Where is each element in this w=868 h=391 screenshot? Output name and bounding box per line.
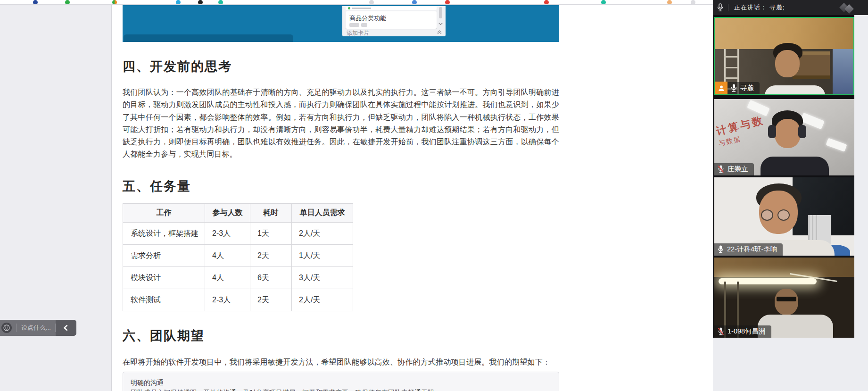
task-table: 工作 参与人数 耗时 单日人员需求 系统设计，框架搭建 2-3人 1天 2人/天… (123, 203, 353, 311)
screen: 商品分类功能 添加卡片 四、开发前的思考 我们团队认为：一个高效 (0, 0, 868, 391)
mic-on-icon (718, 245, 724, 253)
chevron-left-icon (63, 324, 68, 331)
table-cell: 需求分析 (123, 245, 205, 267)
speaking-name: 寻麓; (769, 4, 785, 11)
favicon-green-orange[interactable] (112, 0, 117, 5)
divider (16, 324, 17, 332)
panel-right-gutter (854, 15, 868, 391)
chat-input-widget[interactable]: 说点什么... (0, 320, 76, 336)
mic-icon (717, 3, 723, 12)
favicon-teal-2[interactable] (601, 0, 606, 5)
table-row: 模块设计 4人 6天 3人/天 (123, 267, 353, 289)
kanban-card[interactable]: 商品分类功能 (346, 11, 437, 29)
video-tile-zhuangchongli[interactable]: 计算与数 与数据 庄崇立 (714, 99, 854, 175)
table-cell: 2人/天 (292, 289, 353, 311)
card-text-fragment (352, 8, 371, 9)
scrollbar-thumb[interactable] (439, 7, 442, 18)
expectation-title: 明确的沟通 (131, 378, 551, 388)
table-cell: 4人 (205, 267, 250, 289)
browser-tab-strip[interactable] (0, 0, 713, 5)
kanban-screenshot-banner: 商品分类功能 添加卡片 (123, 5, 559, 42)
screen-sharer-badge (715, 82, 727, 94)
video-tile-hechangzhou[interactable]: 1-098何昌洲 (714, 258, 854, 338)
table-cell: 2天 (250, 245, 292, 267)
section4-paragraph: 我们团队认为：一个高效团队的基础在于清晰的方向、充足的驱动力以及扎实的执行力。这… (123, 86, 559, 161)
participant-label: 1-098何昌洲 (714, 325, 771, 338)
favicon-orange-faint[interactable] (667, 0, 672, 5)
shared-document-page: 商品分类功能 添加卡片 四、开发前的思考 我们团队认为：一个高效 (0, 5, 713, 391)
expectation-body: 团队成员之间保持透明、开放的沟通，及时分享项目进展、问题和需求变更，确保信息在团… (131, 388, 551, 391)
table-row: 需求分析 4人 2天 1人/天 (123, 245, 353, 267)
favicon-teal[interactable] (218, 0, 223, 5)
table-cell: 2-3人 (205, 289, 250, 311)
expectation-box: 明确的沟通 团队成员之间保持透明、开放的沟通，及时分享项目进展、问题和需求变更，… (123, 372, 559, 391)
section4-heading: 四、开发前的思考 (123, 58, 232, 75)
document-content: 商品分类功能 添加卡片 四、开发前的思考 我们团队认为：一个高效 (123, 5, 559, 391)
emoji-icon[interactable] (1, 323, 12, 333)
column-header: 参与人数 (205, 204, 250, 223)
participant-label: 22-计科4班-李响 (714, 243, 783, 256)
chat-collapse-button[interactable] (56, 320, 76, 336)
column-header: 工作 (123, 204, 205, 223)
favicon-green[interactable] (65, 0, 70, 5)
section6-heading: 六、团队期望 (123, 327, 205, 344)
checkmark-dot-icon (348, 7, 350, 9)
favicon-gray-2[interactable] (691, 0, 695, 5)
table-header-row: 工作 参与人数 耗时 单日人员需求 (123, 204, 353, 223)
section5-heading: 五、任务量 (123, 178, 191, 195)
card-list-footer: 添加卡片 (342, 29, 446, 36)
meeting-panel: 正在讲话： 寻麓; 寻麓 (713, 0, 868, 391)
table-cell: 系统设计，框架搭建 (123, 223, 205, 245)
section6-paragraph: 在即将开始的软件开发项目中，我们将采用敏捷开发方法，希望团队能够以高效、协作的方… (123, 356, 559, 368)
add-card-button[interactable]: 添加卡片 (347, 29, 369, 36)
favicon-dark-blue[interactable] (33, 0, 38, 5)
column-header: 耗时 (250, 204, 292, 223)
card-tag-pill (361, 23, 367, 27)
mic-muted-icon (718, 327, 724, 335)
participant-label: 庄崇立 (714, 163, 754, 175)
mic-muted-icon (718, 165, 724, 173)
divider (728, 4, 728, 11)
chevron-down-icon[interactable] (438, 21, 443, 26)
kanban-card-partial (346, 6, 437, 10)
mic-on-icon (731, 84, 737, 92)
table-cell: 6天 (250, 267, 292, 289)
table-row: 系统设计，框架搭建 2-3人 1天 2人/天 (123, 223, 353, 245)
table-cell: 软件测试 (123, 289, 205, 311)
table-cell: 2人/天 (292, 223, 353, 245)
favicon-blue[interactable] (412, 0, 417, 5)
person-icon (718, 84, 725, 92)
meeting-status-bar[interactable]: 正在讲话： 寻麓; (713, 0, 868, 15)
participant-name: 22-计科4班-李响 (727, 245, 777, 254)
favicon-light-blue[interactable] (176, 0, 181, 5)
speaking-status-text: 正在讲话： 寻麓; (734, 3, 785, 12)
table-cell: 1人/天 (292, 245, 353, 267)
table-cell: 模块设计 (123, 267, 205, 289)
participant-label: 寻麓 (727, 82, 760, 94)
table-cell: 3人/天 (292, 267, 353, 289)
favicon-black[interactable] (198, 0, 203, 5)
card-tag-pill (349, 23, 359, 27)
participant-name: 1-098何昌洲 (727, 327, 766, 336)
video-tile-xunlu[interactable]: 寻麓 (714, 17, 854, 95)
kanban-column-header (124, 34, 293, 42)
card-list-scrollbar[interactable] (439, 7, 442, 29)
chat-placeholder[interactable]: 说点什么... (21, 324, 51, 332)
table-cell: 2天 (250, 289, 292, 311)
table-cell: 4人 (205, 245, 250, 267)
panel-bottom-area (713, 338, 854, 391)
kanban-card-list: 商品分类功能 添加卡片 (342, 6, 446, 36)
column-header: 单日人员需求 (292, 204, 353, 223)
favicon-gray[interactable] (369, 0, 374, 5)
speaking-prefix: 正在讲话： (734, 4, 767, 11)
favicon-red-2[interactable] (544, 0, 549, 5)
participant-name: 庄崇立 (727, 165, 748, 174)
participant-name: 寻麓 (740, 83, 754, 92)
double-chevron-up-icon[interactable] (437, 29, 442, 35)
table-cell: 1天 (250, 223, 292, 245)
table-row: 软件测试 2-3人 2天 2人/天 (123, 289, 353, 311)
favicon-red-1[interactable] (445, 0, 450, 5)
kanban-card-title: 商品分类功能 (349, 14, 386, 23)
video-tile-lixiang[interactable]: 22-计科4班-李响 (714, 177, 854, 256)
meeting-logo-icon (840, 3, 856, 12)
